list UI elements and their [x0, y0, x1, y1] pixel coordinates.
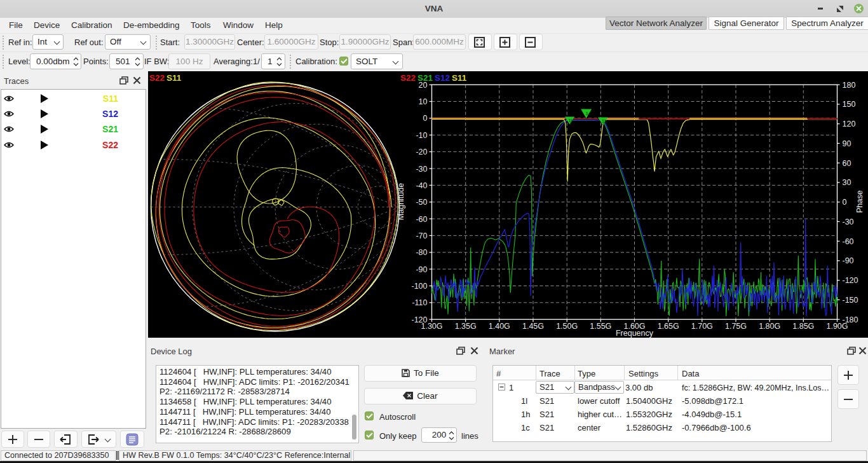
- svg-text:60: 60: [843, 159, 851, 168]
- svg-text:S22: S22: [400, 73, 416, 83]
- svg-text:S11: S11: [166, 73, 182, 83]
- svg-text:S21: S21: [417, 73, 433, 83]
- svg-text:30: 30: [843, 178, 851, 187]
- svg-text:1.90G: 1.90G: [826, 322, 848, 331]
- svg-text:1.55G: 1.55G: [590, 322, 611, 331]
- svg-text:180: 180: [843, 81, 856, 90]
- svg-text:1.40G: 1.40G: [489, 322, 510, 331]
- svg-text:-90: -90: [416, 265, 427, 274]
- svg-text:Phase: Phase: [855, 190, 864, 212]
- svg-text:1.65G: 1.65G: [658, 322, 679, 331]
- svg-text:1.45G: 1.45G: [522, 322, 544, 331]
- svg-text:Magnitude: Magnitude: [397, 183, 405, 220]
- svg-text:S22: S22: [149, 73, 165, 83]
- svg-text:-30: -30: [843, 218, 854, 226]
- svg-text:-20: -20: [416, 148, 427, 156]
- svg-text:1l: 1l: [568, 118, 572, 123]
- svg-text:1c: 1c: [586, 111, 591, 116]
- svg-text:1.85G: 1.85G: [792, 322, 814, 331]
- svg-text:0: 0: [423, 114, 428, 123]
- svg-text:0: 0: [843, 198, 847, 207]
- svg-text:-110: -110: [412, 298, 427, 307]
- svg-text:Frequency: Frequency: [616, 329, 654, 338]
- svg-text:1.80G: 1.80G: [759, 322, 780, 331]
- svg-text:-30: -30: [416, 165, 427, 174]
- svg-text:S11: S11: [452, 73, 467, 83]
- svg-text:-60: -60: [416, 215, 427, 224]
- svg-text:1.30G: 1.30G: [421, 322, 442, 331]
- svg-text:120: 120: [843, 120, 856, 128]
- svg-text:1.50G: 1.50G: [556, 322, 578, 331]
- svg-text:1.75G: 1.75G: [725, 322, 747, 331]
- svg-text:-70: -70: [416, 232, 427, 240]
- svg-text:-80: -80: [416, 248, 427, 257]
- svg-text:1.70G: 1.70G: [691, 322, 713, 331]
- svg-text:-10: -10: [416, 131, 427, 140]
- svg-text:-120: -120: [843, 276, 858, 285]
- svg-text:-50: -50: [416, 198, 427, 207]
- svg-text:1h: 1h: [602, 118, 607, 124]
- svg-text:10: 10: [419, 97, 428, 106]
- svg-text:150: 150: [843, 100, 856, 109]
- svg-text:-60: -60: [843, 237, 854, 246]
- svg-text:90: 90: [843, 139, 851, 148]
- svg-text:-90: -90: [843, 256, 854, 265]
- svg-text:S12: S12: [435, 73, 450, 83]
- svg-text:1.35G: 1.35G: [455, 322, 477, 331]
- svg-text:-40: -40: [416, 181, 427, 190]
- svg-text:-150: -150: [843, 296, 858, 305]
- svg-text:-100: -100: [411, 282, 427, 291]
